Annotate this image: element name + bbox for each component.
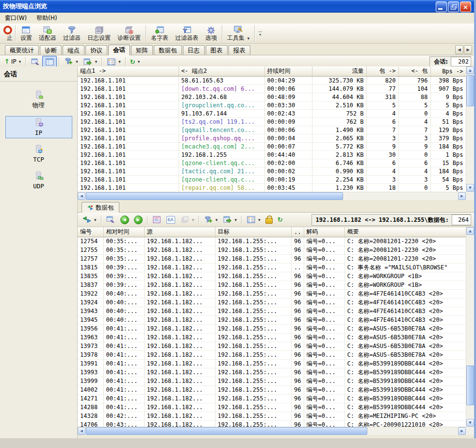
session-row[interactable]: 192.168.1.101[groupclient.qq.co...00:03:… bbox=[78, 101, 466, 109]
column-header[interactable]: <- 端点2 bbox=[179, 66, 264, 76]
packet-row[interactable]: 1399900:41:...192.168.1.182...192.168.1.… bbox=[78, 377, 466, 385]
stack-view-dropdown[interactable]: ▾ bbox=[178, 214, 197, 226]
menu-help[interactable]: 帮助(H) bbox=[32, 13, 62, 23]
packet-row[interactable]: 1394300:40:...192.168.1.182...192.168.1.… bbox=[78, 307, 466, 315]
tab-4[interactable]: 协议 bbox=[85, 45, 107, 55]
session-row[interactable]: 192.168.1.101[tactic.qq.com] 21...00:00:… bbox=[78, 167, 466, 175]
column-header[interactable]: 持续时间 bbox=[264, 66, 312, 76]
tab-2[interactable]: 诊断 bbox=[40, 45, 62, 55]
packet-row[interactable]: 1383700:39:...192.168.1.182...192.168.1.… bbox=[78, 281, 466, 289]
close-button[interactable]: × bbox=[460, 1, 471, 12]
filter-button[interactable]: 过滤器 bbox=[60, 24, 84, 43]
session-row[interactable]: 192.168.1.101[mcache3.qq.com] 2...00:00:… bbox=[78, 142, 466, 150]
restore-button[interactable] bbox=[448, 1, 459, 12]
column-header[interactable]: 目标 bbox=[215, 227, 291, 237]
name-table-button[interactable]: 名字表 bbox=[148, 24, 172, 43]
packet-row[interactable]: 1275700:35:...192.168.1.182...192.168.1.… bbox=[78, 254, 466, 263]
scrollbar-track[interactable] bbox=[85, 427, 458, 435]
menu-window[interactable]: 窗口(W) bbox=[0, 13, 32, 23]
tab-5[interactable]: 会话 bbox=[108, 45, 130, 55]
packet-row[interactable]: 1432800:42:...192.168.1.182...192.168.1.… bbox=[78, 412, 466, 420]
add-filter-dropdown[interactable]: ▾ bbox=[61, 56, 81, 67]
tab-3[interactable]: 端点 bbox=[63, 45, 84, 55]
session-row[interactable]: 192.168.1.10191.103.67.14400:02:43752 B4… bbox=[78, 109, 466, 117]
tab-8[interactable]: 日志 bbox=[183, 45, 205, 55]
protocol-level-dropdown[interactable]: ↑ IP ▾ bbox=[2, 57, 23, 66]
scroll-down-button[interactable]: ▼ bbox=[466, 419, 474, 427]
graph-view-button[interactable] bbox=[28, 56, 42, 67]
packet-row[interactable]: 1397800:41:...192.168.1.182...192.168.1.… bbox=[78, 350, 466, 359]
column-header[interactable]: 端点1 -> bbox=[78, 66, 179, 76]
scroll-up-button[interactable]: ▲ bbox=[466, 66, 474, 74]
options-button[interactable]: 选项 bbox=[202, 24, 220, 43]
packet-row[interactable]: 1381500:39:...192.168.1.182...192.168.1.… bbox=[78, 263, 466, 272]
scrollbar-track[interactable] bbox=[466, 74, 474, 184]
session-row[interactable]: 192.168.1.101[profile.qshop.qq....00:00:… bbox=[78, 134, 466, 142]
packet-filter-dropdown[interactable]: ▾ bbox=[201, 214, 220, 226]
session-row[interactable]: 192.168.1.101[repair.qq.com] 58...00:03:… bbox=[78, 183, 466, 192]
column-header[interactable]: 概要 bbox=[345, 227, 466, 237]
packet-transfer-dropdown[interactable]: ▾ bbox=[80, 214, 99, 226]
tab-9[interactable]: 图表 bbox=[206, 45, 228, 55]
session-row[interactable]: 192.168.1.101[ts2.qq.com] 119.1...00:00:… bbox=[78, 117, 466, 126]
scrollbar-track[interactable] bbox=[85, 192, 458, 200]
column-header[interactable]: 包 -> bbox=[366, 66, 398, 76]
packet-row[interactable]: 1397300:41:...192.168.1.182...192.168.1.… bbox=[78, 342, 466, 350]
sidebar-item-physical[interactable]: 物理 bbox=[5, 88, 72, 112]
scrollbar-thumb[interactable] bbox=[466, 365, 474, 405]
scroll-right-button[interactable]: ▶ bbox=[458, 192, 466, 200]
packet-row[interactable]: 1394500:40:...192.168.1.182...192.168.1.… bbox=[78, 315, 466, 324]
column-header[interactable]: 编号 bbox=[78, 227, 103, 237]
column-header[interactable]: 解码 bbox=[304, 227, 345, 237]
scroll-left-button[interactable]: ◀ bbox=[78, 427, 85, 435]
packet-refresh-button[interactable]: ↻ bbox=[275, 215, 285, 225]
scrollbar-thumb[interactable] bbox=[86, 427, 367, 435]
packet-row[interactable]: 1395600:41:...192.168.1.182...192.168.1.… bbox=[78, 324, 466, 333]
column-header[interactable]: 相对时间 bbox=[103, 227, 144, 237]
scroll-left-button[interactable]: ◀ bbox=[78, 192, 85, 200]
packet-next-button[interactable]: ▶ bbox=[131, 214, 145, 226]
packet-row[interactable]: 1383500:39:...192.168.1.182...192.168.1.… bbox=[78, 272, 466, 281]
toolset-button[interactable]: 工具集 ▾ bbox=[224, 24, 253, 43]
scrollbar-thumb[interactable] bbox=[86, 192, 343, 200]
settings-button[interactable]: 设置 bbox=[17, 24, 35, 43]
packet-tab[interactable]: 数据包 bbox=[82, 202, 119, 213]
scroll-right-button[interactable]: ▶ bbox=[458, 427, 466, 435]
scrollbar-track[interactable] bbox=[466, 235, 474, 419]
packet-row[interactable]: 1400200:41:...192.168.1.182...192.168.1.… bbox=[78, 385, 466, 394]
packet-row[interactable]: 1275500:35:...192.168.1.182...192.168.1.… bbox=[78, 246, 466, 254]
session-row[interactable]: 192.168.1.10158.61.165.6300:04:29325.730… bbox=[78, 76, 466, 84]
tab-scroll-left-button[interactable]: ◀ bbox=[455, 45, 463, 54]
column-header[interactable]: <- 包 bbox=[398, 66, 430, 76]
hex-view-button[interactable]: 6A bbox=[164, 215, 178, 225]
diagnosis-settings-button[interactable]: 诊断设置 bbox=[114, 24, 144, 43]
packet-row[interactable]: 1392200:40:...192.168.1.182...192.168.1.… bbox=[78, 289, 466, 298]
session-row[interactable]: 192.168.1.101202.103.24.6800:48:0944.604… bbox=[78, 93, 466, 101]
stop-button[interactable]: 止 bbox=[0, 24, 14, 43]
packet-prev-button[interactable]: ◀ bbox=[118, 214, 131, 226]
session-row[interactable]: 192.168.1.101[down.tc.qq.com] 6...00:00:… bbox=[78, 84, 466, 93]
adapter-button[interactable]: 适配器 bbox=[35, 24, 60, 43]
tab-scroll-right-button[interactable]: ▶ bbox=[464, 45, 472, 54]
scroll-up-button[interactable]: ▲ bbox=[466, 227, 474, 235]
packet-columns-dropdown[interactable]: ▾ bbox=[244, 214, 263, 226]
column-header[interactable]: 源 bbox=[144, 227, 215, 237]
tab-10[interactable]: 报表 bbox=[229, 45, 250, 55]
toolbar-overflow-button[interactable]: — ▾ bbox=[256, 24, 264, 43]
tab-6[interactable]: 矩阵 bbox=[131, 45, 153, 55]
packet-row[interactable]: 1428800:41:...192.168.1.182...192.168.1.… bbox=[78, 403, 466, 412]
decode-view-button[interactable] bbox=[149, 214, 164, 226]
export-dropdown[interactable]: ▾ bbox=[81, 56, 100, 67]
packet-row[interactable]: 1396300:41:...192.168.1.182...192.168.1.… bbox=[78, 333, 466, 342]
list-view-button[interactable] bbox=[42, 56, 57, 67]
log-settings-button[interactable]: 日志设置 bbox=[84, 24, 114, 43]
sidebar-item-tcp[interactable]: TCP bbox=[5, 143, 72, 165]
column-options-dropdown[interactable]: ▾ bbox=[104, 56, 123, 67]
session-row[interactable]: 192.168.1.101[qzone-client.qq.c...00:02:… bbox=[78, 159, 466, 167]
sidebar-item-udp[interactable]: UDP bbox=[5, 169, 72, 192]
tab-1[interactable]: 概要统计 bbox=[5, 45, 39, 55]
column-header[interactable]: Bps -> bbox=[430, 66, 466, 76]
session-row[interactable]: 192.168.1.101[qzone-client.qq.c...00:00:… bbox=[78, 175, 466, 183]
column-header[interactable]: 流量 bbox=[312, 66, 366, 76]
packet-row[interactable]: 1275400:35:...192.168.1.182...192.168.1.… bbox=[78, 237, 466, 246]
